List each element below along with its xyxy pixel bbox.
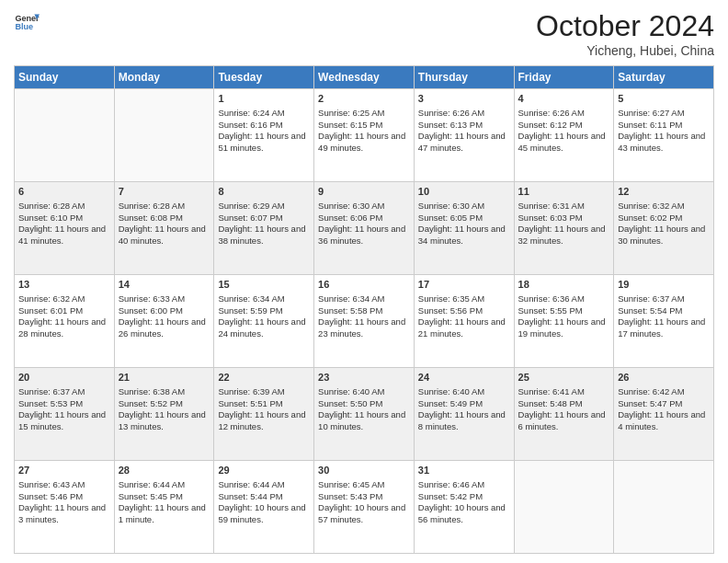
calendar-cell: 29Sunrise: 6:44 AMSunset: 5:44 PMDayligh…: [214, 461, 314, 554]
calendar-cell: 5Sunrise: 6:27 AMSunset: 6:11 PMDaylight…: [614, 89, 714, 182]
calendar-cell: 9Sunrise: 6:30 AMSunset: 6:06 PMDaylight…: [314, 182, 415, 275]
sunrise-text: Sunrise: 6:32 AM: [618, 201, 684, 211]
sunset-text: Sunset: 5:58 PM: [318, 305, 382, 316]
sunrise-text: Sunrise: 6:46 AM: [418, 479, 484, 489]
calendar-cell: 7Sunrise: 6:28 AMSunset: 6:08 PMDaylight…: [114, 182, 214, 275]
sunset-text: Sunset: 5:45 PM: [119, 491, 183, 501]
calendar-cell: 4Sunrise: 6:26 AMSunset: 6:12 PMDaylight…: [514, 89, 614, 182]
sunset-text: Sunset: 5:54 PM: [618, 305, 682, 316]
calendar-cell: 27Sunrise: 6:43 AMSunset: 5:46 PMDayligh…: [15, 461, 115, 554]
calendar-cell: 28Sunrise: 6:44 AMSunset: 5:45 PMDayligh…: [114, 461, 214, 554]
sunrise-text: Sunrise: 6:37 AM: [18, 386, 85, 396]
calendar-week-row: 27Sunrise: 6:43 AMSunset: 5:46 PMDayligh…: [15, 461, 714, 554]
sunset-text: Sunset: 6:11 PM: [618, 120, 682, 130]
day-number: 7: [119, 185, 210, 199]
day-number: 23: [318, 371, 410, 385]
day-number: 5: [618, 92, 710, 106]
day-number: 3: [418, 92, 510, 106]
calendar-cell: 31Sunrise: 6:46 AMSunset: 5:42 PMDayligh…: [414, 461, 514, 554]
weekday-header: Tuesday: [214, 66, 314, 89]
daylight-text: Daylight: 11 hours and 23 minutes.: [318, 316, 405, 339]
sunset-text: Sunset: 6:08 PM: [119, 213, 183, 223]
sunset-text: Sunset: 5:50 PM: [318, 398, 382, 408]
svg-text:Blue: Blue: [15, 22, 33, 31]
calendar-cell: 3Sunrise: 6:26 AMSunset: 6:13 PMDaylight…: [414, 89, 514, 182]
sunrise-text: Sunrise: 6:26 AM: [418, 108, 484, 118]
day-number: 29: [218, 464, 310, 477]
daylight-text: Daylight: 11 hours and 38 minutes.: [218, 224, 305, 246]
daylight-text: Daylight: 11 hours and 49 minutes.: [318, 131, 405, 153]
sunset-text: Sunset: 5:47 PM: [618, 398, 682, 408]
daylight-text: Daylight: 11 hours and 34 minutes.: [418, 224, 506, 246]
sunset-text: Sunset: 5:56 PM: [418, 305, 483, 316]
sunrise-text: Sunrise: 6:41 AM: [518, 386, 585, 396]
calendar-week-row: 6Sunrise: 6:28 AMSunset: 6:10 PMDaylight…: [15, 182, 714, 275]
day-number: 25: [518, 371, 610, 385]
daylight-text: Daylight: 11 hours and 24 minutes.: [218, 316, 305, 339]
calendar-cell: 22Sunrise: 6:39 AMSunset: 5:51 PMDayligh…: [214, 368, 314, 461]
sunrise-text: Sunrise: 6:39 AM: [218, 386, 284, 396]
sunset-text: Sunset: 5:46 PM: [18, 491, 83, 501]
sunrise-text: Sunrise: 6:35 AM: [418, 293, 484, 304]
sunset-text: Sunset: 6:15 PM: [318, 120, 382, 130]
sunset-text: Sunset: 5:44 PM: [218, 491, 282, 501]
calendar-cell: 25Sunrise: 6:41 AMSunset: 5:48 PMDayligh…: [514, 368, 614, 461]
sunrise-text: Sunrise: 6:29 AM: [218, 201, 284, 211]
sunrise-text: Sunrise: 6:26 AM: [518, 108, 585, 118]
daylight-text: Daylight: 11 hours and 28 minutes.: [18, 316, 106, 339]
calendar-cell: 14Sunrise: 6:33 AMSunset: 6:00 PMDayligh…: [114, 275, 214, 368]
day-number: 30: [318, 464, 410, 477]
calendar-cell: 24Sunrise: 6:40 AMSunset: 5:49 PMDayligh…: [414, 368, 514, 461]
calendar-cell: [514, 461, 614, 554]
sunset-text: Sunset: 6:10 PM: [18, 213, 83, 223]
sunrise-text: Sunrise: 6:24 AM: [218, 108, 284, 118]
daylight-text: Daylight: 11 hours and 30 minutes.: [618, 224, 705, 246]
daylight-text: Daylight: 11 hours and 32 minutes.: [518, 224, 606, 246]
day-number: 9: [318, 185, 410, 199]
calendar-cell: 30Sunrise: 6:45 AMSunset: 5:43 PMDayligh…: [314, 461, 415, 554]
sunrise-text: Sunrise: 6:36 AM: [518, 293, 585, 304]
day-number: 11: [518, 185, 610, 199]
calendar-cell: 23Sunrise: 6:40 AMSunset: 5:50 PMDayligh…: [314, 368, 415, 461]
calendar-cell: 18Sunrise: 6:36 AMSunset: 5:55 PMDayligh…: [514, 275, 614, 368]
sunrise-text: Sunrise: 6:33 AM: [119, 293, 185, 304]
daylight-text: Daylight: 11 hours and 41 minutes.: [18, 224, 106, 246]
calendar-cell: 20Sunrise: 6:37 AMSunset: 5:53 PMDayligh…: [15, 368, 115, 461]
location-title: Yicheng, Hubei, China: [536, 43, 714, 58]
sunset-text: Sunset: 6:06 PM: [318, 213, 382, 223]
daylight-text: Daylight: 11 hours and 47 minutes.: [418, 131, 506, 153]
day-number: 24: [418, 371, 510, 385]
sunrise-text: Sunrise: 6:40 AM: [418, 386, 484, 396]
sunset-text: Sunset: 6:00 PM: [119, 305, 183, 316]
sunset-text: Sunset: 6:02 PM: [618, 213, 682, 223]
sunrise-text: Sunrise: 6:32 AM: [18, 293, 85, 304]
sunset-text: Sunset: 6:16 PM: [218, 120, 282, 130]
calendar-cell: 10Sunrise: 6:30 AMSunset: 6:05 PMDayligh…: [414, 182, 514, 275]
calendar-cell: 15Sunrise: 6:34 AMSunset: 5:59 PMDayligh…: [214, 275, 314, 368]
title-block: October 2024 Yicheng, Hubei, China: [536, 9, 714, 58]
calendar-week-row: 13Sunrise: 6:32 AMSunset: 6:01 PMDayligh…: [15, 275, 714, 368]
daylight-text: Daylight: 10 hours and 59 minutes.: [218, 502, 305, 524]
calendar-week-row: 1Sunrise: 6:24 AMSunset: 6:16 PMDaylight…: [15, 89, 714, 182]
daylight-text: Daylight: 11 hours and 13 minutes.: [119, 409, 206, 431]
sunrise-text: Sunrise: 6:30 AM: [418, 201, 484, 211]
daylight-text: Daylight: 11 hours and 21 minutes.: [418, 316, 506, 339]
day-number: 12: [618, 185, 710, 199]
sunset-text: Sunset: 5:55 PM: [518, 305, 583, 316]
weekday-header: Saturday: [614, 66, 714, 89]
sunrise-text: Sunrise: 6:40 AM: [318, 386, 384, 396]
daylight-text: Daylight: 11 hours and 1 minute.: [119, 502, 206, 524]
sunrise-text: Sunrise: 6:27 AM: [618, 108, 684, 118]
sunset-text: Sunset: 5:52 PM: [119, 398, 183, 408]
calendar-cell: 17Sunrise: 6:35 AMSunset: 5:56 PMDayligh…: [414, 275, 514, 368]
daylight-text: Daylight: 11 hours and 15 minutes.: [18, 409, 106, 431]
daylight-text: Daylight: 11 hours and 10 minutes.: [318, 409, 405, 431]
sunrise-text: Sunrise: 6:44 AM: [119, 479, 185, 489]
weekday-header: Sunday: [15, 66, 115, 89]
daylight-text: Daylight: 10 hours and 57 minutes.: [318, 502, 405, 524]
month-title: October 2024: [536, 9, 714, 43]
daylight-text: Daylight: 11 hours and 17 minutes.: [618, 316, 705, 339]
calendar-cell: 11Sunrise: 6:31 AMSunset: 6:03 PMDayligh…: [514, 182, 614, 275]
daylight-text: Daylight: 11 hours and 26 minutes.: [119, 316, 206, 339]
sunrise-text: Sunrise: 6:45 AM: [318, 479, 384, 489]
